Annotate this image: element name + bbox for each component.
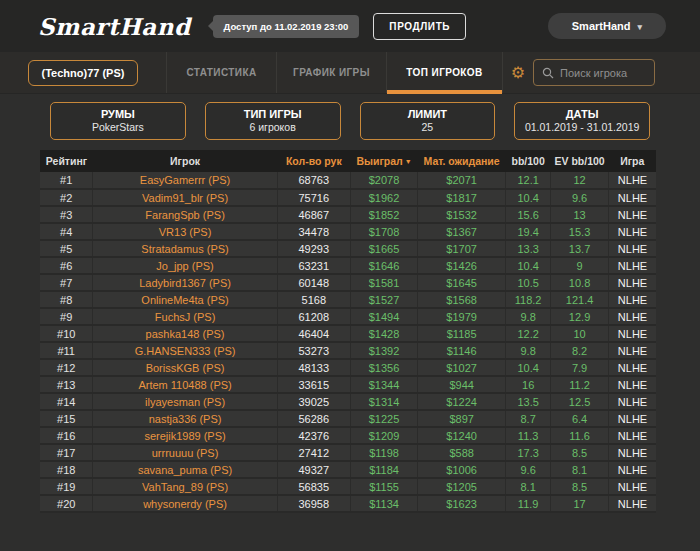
cell-player: Jo_jpp (PS) [93,257,277,274]
cell-evbb100: 9.6 [551,189,609,206]
table-row[interactable]: #4VR13 (PS)34478$1708$136719.415.3NLHE [40,223,656,240]
table-row[interactable]: #19VahTang_89 (PS)56835$1155$12058.18.5N… [40,478,656,495]
cell-rank: #14 [40,393,93,410]
cell-hands: 63231 [277,257,350,274]
table-row[interactable]: #6Jo_jpp (PS)63231$1646$142610.49NLHE [40,257,656,274]
table-row[interactable]: #14ilyayesman (PS)39025$1314$122413.512.… [40,393,656,410]
table-row[interactable]: #2Vadim91_blr (PS)75716$1962$181710.49.6… [40,189,656,206]
cell-hands: 49293 [277,240,350,257]
table-row[interactable]: #20whysonerdy (PS)36958$1134$162311.917N… [40,495,656,512]
cell-mat: $588 [418,444,506,461]
cell-game: NLHE [609,376,656,393]
player-search-input[interactable] [560,67,646,79]
top-players-table-body: #1EasyGamerrr (PS)68763$2078$207112.112N… [40,172,656,512]
cell-hands: 75716 [277,189,350,206]
column-header-hands[interactable]: Кол-во рук [277,150,350,172]
cell-player: Ladybird1367 (PS) [93,274,277,291]
cell-rank: #10 [40,325,93,342]
column-header-player[interactable]: Игрок [93,150,277,172]
cell-game: NLHE [609,393,656,410]
cell-mat: $1027 [418,359,506,376]
cell-game: NLHE [609,410,656,427]
cell-mat: $1224 [418,393,506,410]
table-row[interactable]: #8OnlineMe4ta (PS)5168$1527$1568118.2121… [40,291,656,308]
table-row[interactable]: #5Stratadamus (PS)49293$1665$170713.313.… [40,240,656,257]
cell-rank: #1 [40,172,93,189]
column-header-mat[interactable]: Мат. ожидание [418,150,506,172]
tab-game-graph[interactable]: ГРАФИК ИГРЫ [276,52,386,93]
tab-statistics[interactable]: СТАТИСТИКА [166,52,276,93]
cell-mat: $1185 [418,325,506,342]
cell-bb100: 118.2 [506,291,551,308]
settings-gear-icon[interactable]: ⚙︎ [503,52,533,93]
filter-rooms-title: РУМЫ [51,107,185,121]
current-player-button[interactable]: (Techno)77 (PS) [28,60,139,86]
cell-game: NLHE [609,495,656,512]
cell-player: EasyGamerrr (PS) [93,172,277,189]
column-header-rank[interactable]: Рейтинг [40,150,93,172]
column-header-evbb100[interactable]: EV bb/100 [551,150,609,172]
cell-hands: 33615 [277,376,350,393]
cell-mat: $1817 [418,189,506,206]
table-row[interactable]: #17urrruuuu (PS)27412$1198$58817.38.5NLH… [40,444,656,461]
cell-hands: 46404 [277,325,350,342]
cell-rank: #5 [40,240,93,257]
tab-top-players[interactable]: ТОП ИГРОКОВ [386,52,502,93]
filter-limit[interactable]: ЛИМИТ 25 [360,102,496,140]
top-bar: SmartHand Доступ до 11.02.2019 23:00 ПРО… [0,0,700,52]
cell-mat: $1367 [418,223,506,240]
cell-evbb100: 10.8 [551,274,609,291]
table-row[interactable]: #10pashka148 (PS)46404$1428$118512.210NL… [40,325,656,342]
cell-won: $1225 [350,410,417,427]
table-row[interactable]: #3FarangSpb (PS)46867$1852$153215.613NLH… [40,206,656,223]
search-icon [542,67,554,79]
table-row[interactable]: #12BorissKGB (PS)48133$1356$102710.47.9N… [40,359,656,376]
column-header-bb100[interactable]: bb/100 [506,150,551,172]
cell-player: VR13 (PS) [93,223,277,240]
cell-mat: $1979 [418,308,506,325]
table-row[interactable]: #16serejik1989 (PS)42376$1209$124011.311… [40,427,656,444]
filter-rooms-value: PokerStars [51,121,185,134]
cell-evbb100: 8.5 [551,444,609,461]
extend-subscription-button[interactable]: ПРОДЛИТЬ [373,13,466,40]
cell-rank: #4 [40,223,93,240]
player-search-box[interactable] [533,59,655,86]
filter-dates[interactable]: ДАТЫ 01.01.2019 - 31.01.2019 [514,102,650,140]
cell-won: $2078 [350,172,417,189]
cell-player: nastja336 (PS) [93,410,277,427]
cell-won: $1314 [350,393,417,410]
cell-mat: $1623 [418,495,506,512]
cell-evbb100: 9 [551,257,609,274]
cell-mat: $1146 [418,342,506,359]
cell-won: $1962 [350,189,417,206]
cell-hands: 5168 [277,291,350,308]
column-header-won[interactable]: Выиграл ▼ [350,150,417,172]
table-row[interactable]: #11G.HANSEN333 (PS)53273$1392$11469.88.2… [40,342,656,359]
cell-mat: $2071 [418,172,506,189]
cell-bb100: 10.4 [506,359,551,376]
cell-bb100: 10.5 [506,274,551,291]
cell-mat: $1205 [418,478,506,495]
cell-hands: 27412 [277,444,350,461]
cell-rank: #3 [40,206,93,223]
table-row[interactable]: #18savana_puma (PS)49327$1184$10069.68.1… [40,461,656,478]
table-row[interactable]: #13Artem 110488 (PS)33615$1344$9441611.2… [40,376,656,393]
cell-bb100: 8.1 [506,478,551,495]
column-header-game[interactable]: Игра [609,150,656,172]
filter-rooms[interactable]: РУМЫ PokerStars [50,102,186,140]
chevron-down-icon [637,22,642,32]
cell-evbb100: 11.2 [551,376,609,393]
table-row[interactable]: #15nastja336 (PS)56286$1225$8978.76.4NLH… [40,410,656,427]
cell-rank: #12 [40,359,93,376]
cell-hands: 56835 [277,478,350,495]
table-row[interactable]: #1EasyGamerrr (PS)68763$2078$207112.112N… [40,172,656,189]
filter-game-type[interactable]: ТИП ИГРЫ 6 игроков [205,102,341,140]
table-row[interactable]: #9FuchsJ (PS)61208$1494$19799.812.9NLHE [40,308,656,325]
cell-evbb100: 13.7 [551,240,609,257]
table-row[interactable]: #7Ladybird1367 (PS)60148$1581$164510.510… [40,274,656,291]
account-menu-button[interactable]: SmartHand [548,13,666,39]
cell-hands: 60148 [277,274,350,291]
filters-row: РУМЫ PokerStars ТИП ИГРЫ 6 игроков ЛИМИТ… [40,102,660,140]
cell-player: savana_puma (PS) [93,461,277,478]
cell-game: NLHE [609,240,656,257]
